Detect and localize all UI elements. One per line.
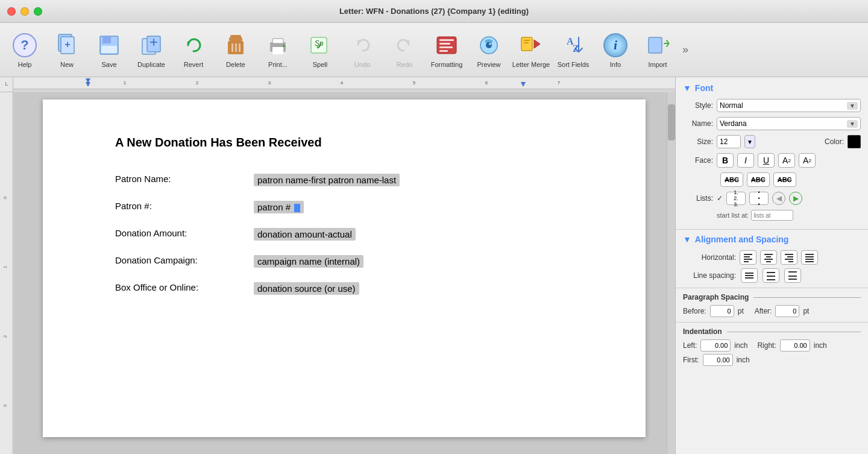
subscript-button[interactable]: A2 xyxy=(799,153,816,168)
align-left-button[interactable] xyxy=(740,250,756,265)
toolbar-formatting-label: Formatting xyxy=(431,61,463,68)
toolbar-spell-button[interactable]: ✓ Sp Spell xyxy=(300,26,340,74)
toolbar-formatting-button[interactable]: Formatting xyxy=(427,26,467,74)
font-size-input[interactable]: 12 xyxy=(717,135,741,148)
scrollbar-vertical[interactable] xyxy=(667,92,675,454)
maximize-button[interactable] xyxy=(34,7,42,16)
toolbar-redo-button[interactable]: Redo xyxy=(385,26,424,74)
indent-left-input[interactable] xyxy=(700,339,731,352)
window-title: Letter: WFN - Donations (27) {Company 1}… xyxy=(339,7,529,16)
list-unordered-btn[interactable]: ••• xyxy=(749,192,769,205)
before-input[interactable] xyxy=(710,305,734,317)
bold-button[interactable]: B xyxy=(717,153,734,168)
after-input[interactable] xyxy=(775,305,799,317)
underline-button[interactable]: U xyxy=(758,153,775,168)
font-style-select[interactable]: Normal ▼ xyxy=(717,99,861,112)
alignment-section: ▼ Alignment and Spacing Horizontal: xyxy=(676,230,868,288)
align-right-button[interactable] xyxy=(781,250,797,265)
toolbar-preview-label: Preview xyxy=(477,61,500,68)
toolbar-print-button[interactable]: Print... xyxy=(258,26,298,74)
table-row: Donation Campaign: campaign name (intern… xyxy=(115,255,597,268)
close-button[interactable] xyxy=(7,7,16,16)
list-outdent-button[interactable]: ◀ xyxy=(772,192,785,205)
table-row: Box Office or Online: donation source (o… xyxy=(115,282,597,295)
font-color-label: Color: xyxy=(825,137,844,146)
lists-label: Lists: xyxy=(683,194,713,203)
table-row: Donation Amount: donation amount-actual xyxy=(115,228,597,241)
list-ordered-btn[interactable]: 1. 2.3. xyxy=(726,192,746,205)
svg-rect-16 xyxy=(272,39,283,43)
svg-rect-14 xyxy=(239,43,241,52)
svg-text:0: 0 xyxy=(2,196,8,199)
font-style-value: Normal xyxy=(720,101,743,110)
font-name-arrow[interactable]: ▼ xyxy=(847,120,858,128)
align-buttons xyxy=(740,250,818,265)
paragraph-section: Paragraph Spacing Before: pt After: pt xyxy=(676,288,868,323)
toolbar: ? Help + New Save xyxy=(0,23,868,77)
svg-rect-37 xyxy=(649,37,662,53)
donation-amount-field: donation amount-actual xyxy=(254,228,356,241)
align-justify-button[interactable] xyxy=(801,250,818,265)
indent-left-label: Left: xyxy=(683,341,697,350)
document-scroll-area[interactable]: A New Donation Has Been Received Patron … xyxy=(13,92,675,454)
svg-rect-33 xyxy=(524,40,530,41)
toolbar-revert-button[interactable]: Revert xyxy=(174,26,213,74)
toolbar-delete-button[interactable]: Delete xyxy=(216,26,256,74)
toolbar-import-label: Import xyxy=(648,61,667,68)
line-spacing-triple-button[interactable] xyxy=(784,268,801,283)
indentation-section: Indentation Left: inch Right: inch First… xyxy=(676,323,868,373)
window-controls[interactable] xyxy=(7,7,42,16)
donation-campaign-label: Donation Campaign: xyxy=(115,255,254,265)
svg-point-31 xyxy=(489,43,491,45)
strikethrough-btn-1[interactable]: ABC xyxy=(720,172,743,187)
strikethrough-btn-2[interactable]: ABC xyxy=(747,172,770,187)
indent-right-input[interactable] xyxy=(780,339,810,352)
svg-text:7: 7 xyxy=(558,80,561,86)
indent-first-input[interactable] xyxy=(703,354,733,366)
font-face-label: Face: xyxy=(683,156,713,165)
superscript-button[interactable]: A2 xyxy=(778,153,795,168)
font-style-arrow[interactable]: ▼ xyxy=(847,102,858,110)
line-spacing-single-button[interactable] xyxy=(741,268,758,283)
svg-text:L: L xyxy=(5,81,8,87)
svg-text:4: 4 xyxy=(341,80,344,86)
font-name-select[interactable]: Verdana ▼ xyxy=(717,117,861,130)
toolbar-delete-label: Delete xyxy=(226,61,245,68)
document-area: L 1 2 3 4 5 6 7 xyxy=(0,77,675,454)
toolbar-merge-button[interactable]: Letter Merge xyxy=(511,26,551,74)
sort-icon: A Z xyxy=(560,32,587,58)
svg-rect-34 xyxy=(524,42,529,43)
toolbar-help-button[interactable]: ? Help xyxy=(5,26,45,74)
toolbar-import-button[interactable]: Import xyxy=(638,26,678,74)
toolbar-undo-button[interactable]: Undo xyxy=(342,26,382,74)
toolbar-undo-label: Undo xyxy=(354,61,370,68)
toolbar-preview-button[interactable]: Preview xyxy=(469,26,509,74)
italic-button[interactable]: I xyxy=(737,153,754,168)
font-collapse-icon[interactable]: ▼ xyxy=(683,83,691,93)
overflow-icon[interactable]: » xyxy=(682,43,688,56)
font-color-picker[interactable] xyxy=(848,135,861,148)
alignment-collapse-icon[interactable]: ▼ xyxy=(683,235,691,244)
minimize-button[interactable] xyxy=(20,7,29,16)
line-spacing-label: Line spacing: xyxy=(683,271,736,280)
toolbar-info-button[interactable]: i Info xyxy=(596,26,635,74)
indent-left-unit: inch xyxy=(734,341,747,350)
strikethrough-btn-3[interactable]: ABC xyxy=(773,172,796,187)
svg-text:3: 3 xyxy=(268,80,271,86)
toolbar-new-button[interactable]: + New xyxy=(47,26,87,74)
start-list-input[interactable] xyxy=(751,210,793,221)
font-face-row: Face: B I U A2 A2 xyxy=(683,153,861,168)
toolbar-save-button[interactable]: Save xyxy=(89,26,129,74)
toolbar-sort-button[interactable]: A Z Sort Fields xyxy=(553,26,593,74)
patron-name-field: patron name-first patron name-last xyxy=(254,174,400,186)
list-indent-button[interactable]: ▶ xyxy=(789,192,802,205)
svg-text:2: 2 xyxy=(2,335,8,338)
scrollbar-thumb[interactable] xyxy=(668,104,675,140)
font-size-down-arrow[interactable]: ▼ xyxy=(744,135,755,148)
document-page: A New Donation Has Been Received Patron … xyxy=(43,99,646,437)
font-size-value: 12 xyxy=(720,137,728,146)
align-center-button[interactable] xyxy=(760,250,777,265)
toolbar-duplicate-button[interactable]: Duplicate xyxy=(131,26,171,74)
toolbar-sort-label: Sort Fields xyxy=(558,61,590,68)
line-spacing-double-button[interactable] xyxy=(763,268,779,283)
